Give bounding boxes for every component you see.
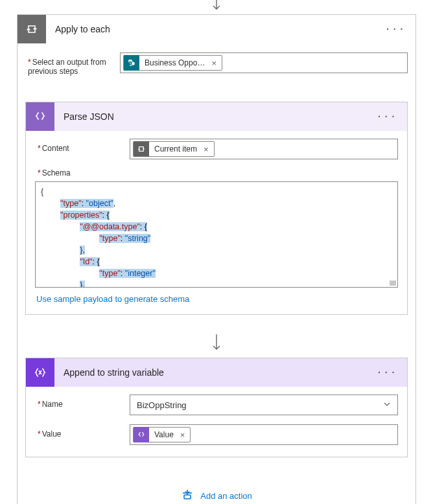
token-value[interactable]: Value × [133,427,191,442]
add-action-icon [181,488,194,503]
schema-editor[interactable]: { "type": "object", "properties": { "@@o… [35,181,398,288]
var-name-label: *Name [35,395,130,409]
variable-icon [26,358,54,387]
select-output-label: *Select an output from previous steps [25,52,120,76]
var-value-label: *Value [35,424,130,439]
parse-json-title: Parse JSON [54,111,375,122]
add-action-button[interactable]: Add an action [21,470,412,504]
json-icon [26,102,54,131]
apply-to-each-header[interactable]: Apply to each · · · [18,15,415,43]
flow-arrow-top [0,0,433,14]
append-variable-title: Append to string variable [54,367,375,378]
append-variable-header[interactable]: Append to string variable · · · [26,358,407,387]
token-current-item[interactable]: Current item × [133,141,215,157]
remove-token-icon[interactable]: × [179,430,191,440]
var-value-input[interactable]: Value × [130,424,398,445]
schema-label: *Schema [35,168,398,178]
apply-to-each-card: Apply to each · · · *Select an output fr… [17,14,416,504]
token-business-opportunities[interactable]: S Business Oppo… × [123,55,222,71]
chevron-down-icon [383,400,391,410]
apply-to-each-menu[interactable]: · · · [384,21,406,37]
scrollbar-handle[interactable] [390,281,396,286]
parse-json-card: Parse JSON · · · *Content [25,102,408,315]
append-variable-card: Append to string variable · · · *Name Bi… [25,358,408,457]
flow-arrow-mid [21,328,412,358]
loop-icon [18,15,46,43]
parse-json-header[interactable]: Parse JSON · · · [26,102,407,131]
var-name-select[interactable]: BizOppString [130,395,398,415]
svg-rect-5 [184,495,191,499]
parse-json-menu[interactable]: · · · [375,109,398,124]
remove-token-icon[interactable]: × [210,58,222,68]
content-label: *Content [35,139,130,153]
json-small-icon [134,427,149,442]
svg-text:S: S [129,62,131,65]
content-input[interactable]: Current item × [130,139,398,159]
use-sample-payload-link[interactable]: Use sample payload to generate schema [35,288,191,305]
loop-small-icon [134,141,149,157]
select-output-input[interactable]: S Business Oppo… × [120,52,408,73]
apply-to-each-title: Apply to each [46,24,384,34]
sharepoint-icon: S [124,55,139,71]
remove-token-icon[interactable]: × [202,144,214,154]
append-variable-menu[interactable]: · · · [375,365,398,380]
